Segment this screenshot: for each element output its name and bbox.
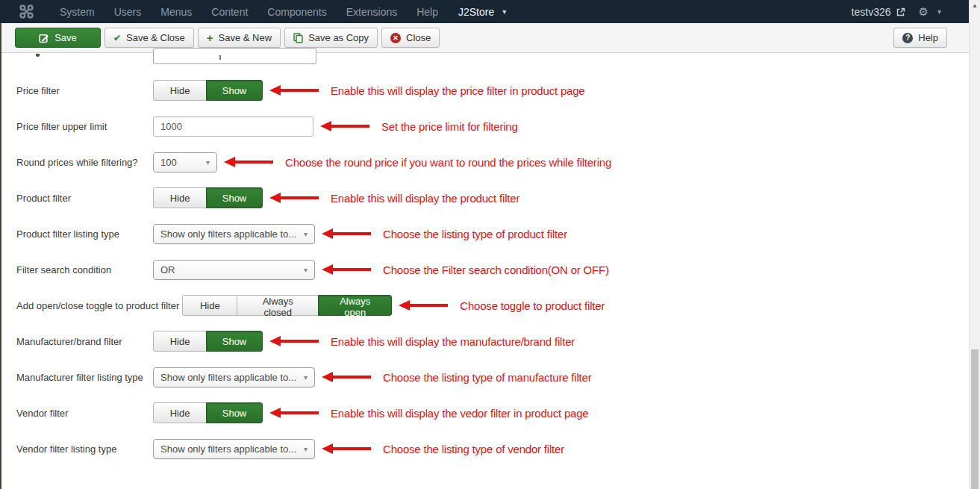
hide-button[interactable]: Hide xyxy=(153,331,207,352)
check-icon: ✔ xyxy=(113,33,121,43)
annotation-arrow-icon xyxy=(224,156,273,168)
field-label: Product filter xyxy=(16,193,153,204)
product-filter-listing-select[interactable]: Show only filters applicable to... ▾ xyxy=(153,224,315,244)
field-label: Manufacturer filter listing type xyxy=(16,372,153,383)
vendor-filter-listing-select[interactable]: Show only filters applicable to... ▾ xyxy=(153,439,315,459)
annotation-arrow-icon xyxy=(322,443,371,455)
menu-menus[interactable]: Menus xyxy=(151,6,202,18)
window-left-edge xyxy=(0,23,1,489)
price-filter-toggle: Hide Show xyxy=(153,80,263,101)
manufacturer-filter-listing-select[interactable]: Show only filters applicable to... ▾ xyxy=(153,367,315,387)
field-label: Filter search condition xyxy=(16,264,153,275)
filter-search-condition-select[interactable]: OR ▾ xyxy=(153,260,315,280)
annotation-arrow-icon xyxy=(269,84,319,96)
show-button[interactable]: Show xyxy=(206,80,263,101)
clipped-label-fragment xyxy=(36,54,40,57)
row-open-close-toggle: Add open/close toggle to product filter … xyxy=(16,295,969,316)
settings-form: Price filter Hide Show Enable this will … xyxy=(0,54,969,474)
action-toolbar: Save ✔ Save & Close + Save & New Save as… xyxy=(0,23,980,53)
vertical-scrollbar[interactable]: ▲ xyxy=(969,0,980,489)
save-copy-button[interactable]: Save as Copy xyxy=(284,28,378,48)
field-label: Add open/close toggle to product filter xyxy=(16,300,179,311)
chevron-down-icon: ▾ xyxy=(937,7,941,16)
menu-content[interactable]: Content xyxy=(202,6,258,18)
chevron-down-icon: ▾ xyxy=(502,7,506,16)
menu-users[interactable]: Users xyxy=(104,6,152,18)
copy-icon xyxy=(293,33,303,43)
annotation-arrow-icon xyxy=(399,299,448,311)
field-label: Manufacturer/brand filter xyxy=(16,336,153,347)
annotation-text: Enable this will display the price filte… xyxy=(331,84,584,97)
clipped-field-mark xyxy=(219,55,221,60)
menu-j2store[interactable]: J2Store ▾ xyxy=(448,6,514,18)
row-manufacturer-filter: Manufacturer/brand filter Hide Show Enab… xyxy=(16,331,969,352)
annotation-arrow-icon xyxy=(322,228,371,240)
menu-components[interactable]: Components xyxy=(258,6,336,18)
annotation-text: Choose the listing type of manufacture f… xyxy=(383,371,592,384)
scrollbar-thumb[interactable] xyxy=(971,349,979,489)
joomla-logo xyxy=(19,4,34,19)
annotation-text: Set the price limit for filtering xyxy=(381,120,518,133)
field-label: Product filter listing type xyxy=(16,228,153,240)
chevron-down-icon: ▾ xyxy=(304,266,308,274)
clipped-field-row xyxy=(16,54,969,64)
save-icon xyxy=(39,33,49,43)
help-icon: ? xyxy=(902,33,913,43)
always-open-button[interactable]: Always open xyxy=(318,295,392,316)
help-button[interactable]: ? Help xyxy=(893,28,947,48)
annotation-text: Choose the listing type of vendor filter xyxy=(383,443,564,455)
scroll-up-arrow-icon[interactable]: ▲ xyxy=(970,0,980,12)
show-button[interactable]: Show xyxy=(206,187,263,208)
chevron-down-icon: ▾ xyxy=(304,445,308,453)
product-filter-toggle: Hide Show xyxy=(153,187,263,208)
annotation-arrow-icon xyxy=(322,264,371,275)
external-link-icon xyxy=(896,7,905,16)
user-settings-menu[interactable]: ⚙ ▾ xyxy=(919,5,941,19)
annotation-arrow-icon xyxy=(320,120,369,132)
hide-button[interactable]: Hide xyxy=(182,295,237,316)
hide-button[interactable]: Hide xyxy=(153,187,207,208)
row-product-filter-listing: Product filter listing type Show only fi… xyxy=(16,223,969,244)
row-product-filter: Product filter Hide Show Enable this wil… xyxy=(16,187,969,208)
hide-button[interactable]: Hide xyxy=(153,402,207,423)
annotation-text: Choose the round price if you want to ro… xyxy=(285,156,611,169)
price-upper-limit-input[interactable] xyxy=(153,116,313,137)
annotation-arrow-icon xyxy=(322,371,371,383)
admin-navbar: System Users Menus Content Components Ex… xyxy=(0,0,980,23)
row-filter-search-condition: Filter search condition OR ▾ Choose the … xyxy=(16,259,969,280)
field-label: Vendor filter listing type xyxy=(16,443,153,455)
annotation-text: Choose the listing type of product filte… xyxy=(383,228,567,240)
annotation-text: Enable this will display the vedor filte… xyxy=(331,407,588,420)
row-vendor-filter: Vendor filter Hide Show Enable this will… xyxy=(16,402,969,423)
site-preview-link[interactable]: testv326 xyxy=(852,6,905,18)
hide-button[interactable]: Hide xyxy=(153,80,207,101)
chevron-down-icon: ▾ xyxy=(206,158,210,166)
field-label: Price filter upper limit xyxy=(16,121,153,132)
menu-help[interactable]: Help xyxy=(407,6,448,18)
chevron-down-icon: ▾ xyxy=(304,373,308,381)
annotation-text: Enable this will display the manufacture… xyxy=(331,335,575,348)
menu-system[interactable]: System xyxy=(50,6,104,18)
show-button[interactable]: Show xyxy=(206,402,263,423)
close-button[interactable]: ✕ Close xyxy=(381,28,440,48)
field-label: Price filter xyxy=(16,85,153,96)
vendor-filter-toggle: Hide Show xyxy=(153,402,263,423)
row-manufacturer-filter-listing: Manufacturer filter listing type Show on… xyxy=(16,367,969,387)
menu-extensions[interactable]: Extensions xyxy=(337,6,407,18)
annotation-text: Enable this will display the product fil… xyxy=(331,192,519,205)
save-new-button[interactable]: + Save & New xyxy=(198,28,281,48)
annotation-arrow-icon xyxy=(269,335,319,347)
row-price-filter: Price filter Hide Show Enable this will … xyxy=(16,80,969,101)
annotation-text: Choose the Filter search condition(ON or… xyxy=(383,264,609,276)
save-button[interactable]: Save xyxy=(15,28,101,48)
round-prices-select[interactable]: 100 ▾ xyxy=(153,152,217,172)
field-label: Vendor filter xyxy=(16,408,153,419)
show-button[interactable]: Show xyxy=(206,331,263,352)
always-closed-button[interactable]: Always closed xyxy=(237,295,319,316)
row-vendor-filter-listing: Vendor filter listing type Show only fil… xyxy=(16,438,969,459)
open-close-toggle: Hide Always closed Always open xyxy=(182,295,392,316)
row-round-prices: Round prices while filtering? 100 ▾ Choo… xyxy=(16,152,969,172)
manufacturer-filter-toggle: Hide Show xyxy=(153,331,263,352)
save-close-button[interactable]: ✔ Save & Close xyxy=(104,28,194,48)
clipped-field-box[interactable] xyxy=(153,48,316,64)
